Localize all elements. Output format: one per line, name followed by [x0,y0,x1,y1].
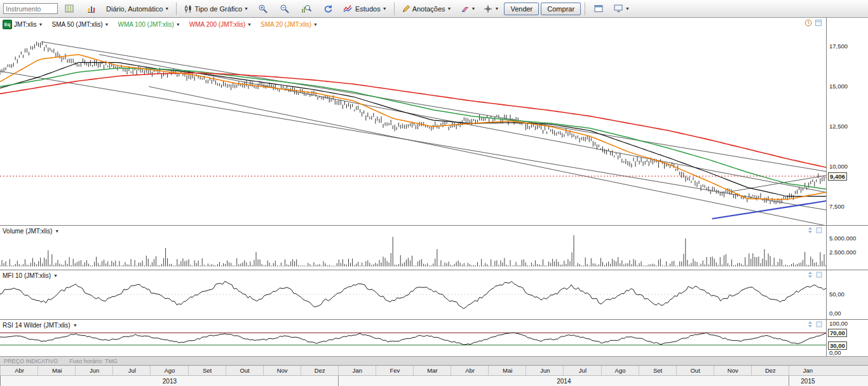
year-label: 2014 [338,376,789,386]
studies-icon [343,4,353,13]
chevron-down-icon: ▼ [471,6,476,11]
axis-tick-label: 10,000 [829,163,848,170]
month-label: Ago [150,366,188,375]
axis-tick-label: 0,00 [829,310,841,317]
mfi-label-row[interactable]: MFI 10 (JMT:xlis) ▼ [3,272,58,279]
undo-button[interactable] [318,1,338,16]
maximize-icon[interactable] [815,19,822,27]
mfi-plot[interactable] [0,270,826,320]
month-label: Nov [714,366,752,375]
legend-label: SMA 50 (JMT:xlis) [52,21,103,28]
eraser-dropdown[interactable]: ▼ [457,1,479,16]
month-label: Dez [301,366,339,375]
year-axis[interactable]: 201320142015 [0,375,868,386]
rsi-label: RSI 14 Wilder (JMT:xlis) [3,322,71,329]
legend-item-2[interactable]: WMA 100 (JMT:xlis)▼ [118,21,180,28]
instrument-input[interactable] [3,3,58,14]
rsi-label-row[interactable]: RSI 14 Wilder (JMT:xlis) ▼ [3,322,78,329]
candlestick-icon [184,4,193,13]
chevron-down-icon: ▼ [447,6,452,11]
legend-label: WMA 100 (JMT:xlis) [118,21,173,28]
volume-axis[interactable]: 5.000.0002.500.000 [826,226,868,270]
panel-maximize-icon[interactable] [816,272,822,278]
toolbar-separator [394,3,395,15]
chevron-down-icon: ▼ [383,6,387,11]
window-icon [594,4,604,13]
month-label: Mai [488,366,526,375]
legend-label: WMA 200 (JMT:xlis) [189,21,245,28]
panel-maximize-icon[interactable] [816,227,822,233]
instrument-list-button[interactable] [60,1,79,16]
price-panel-controls [804,19,822,27]
studies-dropdown[interactable]: Estudos ▼ [340,1,390,16]
month-label: Mar [413,366,451,375]
month-label: Jul [112,366,151,375]
mfi-axis[interactable]: 50,000,00 [826,270,868,319]
clock-icon[interactable] [804,19,812,27]
rsi-plot[interactable] [0,320,826,357]
undo-icon [323,4,333,13]
volume-label-row[interactable]: Volume (JMT:xlis) ▼ [3,228,59,235]
legend-label: SMA 20 (JMT:xlis) [261,21,311,28]
zoom-range-button[interactable] [297,1,316,16]
year-label: 2015 [789,376,827,386]
price-plot[interactable] [0,18,826,225]
chart-stack: EqJMT:xlis▼SMA 50 (JMT:xlis)▼WMA 100 (JM… [0,18,868,386]
main-toolbar: Diário, Automático ▼ Tipo de Gráfico ▼ [0,0,868,18]
month-label: Ago [601,366,639,375]
mfi-panel: MFI 10 (JMT:xlis) ▼ 50,000,00 [0,270,868,319]
legend-item-4[interactable]: SMA 20 (JMT:xlis)▼ [261,21,318,28]
chevron-down-icon: ▼ [73,323,78,327]
price-panel: EqJMT:xlis▼SMA 50 (JMT:xlis)▼WMA 100 (JM… [0,18,868,225]
panel-resize-icon[interactable] [807,272,813,278]
time-axis[interactable]: AbrMaiJunJulAgoSetOutNovDezJanFevMarAbrM… [0,365,868,375]
month-label: Set [639,366,677,375]
axis-tick-label: 5.000.000 [829,235,856,242]
month-label: Nov [263,366,301,375]
zoom-range-icon [301,4,311,14]
month-label: Set [188,366,226,375]
buy-button[interactable]: Comprar [541,3,581,15]
chevron-down-icon: ▼ [105,22,109,27]
rsi-level-label: 70,00 [828,329,847,337]
timeframe-label: Diário, Automático [106,5,163,13]
rsi-panel-controls [807,321,822,327]
panel-resize-icon[interactable] [807,227,813,233]
timeframe-dropdown[interactable]: Diário, Automático ▼ [103,1,172,16]
volume-label: Volume (JMT:xlis) [3,228,52,235]
price-legend: EqJMT:xlis▼SMA 50 (JMT:xlis)▼WMA 100 (JM… [3,20,318,29]
legend-item-1[interactable]: SMA 50 (JMT:xlis)▼ [52,21,109,28]
chevron-down-icon: ▼ [625,6,630,11]
chart-type-dropdown[interactable]: Tipo de Gráfico ▼ [180,1,252,16]
indicative-price-label: PREÇO INDICATIVO [4,358,58,364]
chevron-down-icon: ▼ [247,22,252,27]
chevron-down-icon: ▼ [494,6,499,11]
axis-tick-label: 12,500 [829,123,848,130]
mfi-panel-controls [807,272,822,278]
legend-item-3[interactable]: WMA 200 (JMT:xlis)▼ [189,21,252,28]
volume-plot[interactable] [0,226,826,270]
month-label: Jun [75,366,113,375]
price-axis[interactable]: 17,50015,00012,50010,0007,5009,406 [826,18,868,225]
chart-type-label: Tipo de Gráfico [194,5,242,13]
layout-dropdown[interactable]: ▼ [611,1,633,16]
annotations-dropdown[interactable]: Anotações ▼ [398,1,455,16]
crosshair-dropdown[interactable]: ▼ [480,1,502,16]
axis-tick-label: 15,000 [829,83,848,90]
chevron-down-icon: ▼ [176,22,180,27]
rsi-axis[interactable]: 100,000,0070,0030,00 [826,320,868,356]
axis-tick-label: 7,500 [829,203,844,210]
month-label: Dez [751,366,789,375]
legend-item-instrument[interactable]: EqJMT:xlis▼ [3,20,43,29]
panel-maximize-icon[interactable] [816,321,822,327]
zoom-in-button[interactable] [254,1,273,16]
chart-edit-button[interactable] [81,1,101,16]
zoom-out-button[interactable] [275,1,295,16]
workspace-dropdown[interactable] [589,1,609,16]
panel-resize-icon[interactable] [807,321,813,327]
year-label: 2013 [0,376,339,386]
volume-panel-controls [807,227,822,233]
axis-tick-label: 0,00 [829,349,841,356]
month-label: Abr [451,366,489,375]
sell-button[interactable]: Vender [504,3,539,15]
